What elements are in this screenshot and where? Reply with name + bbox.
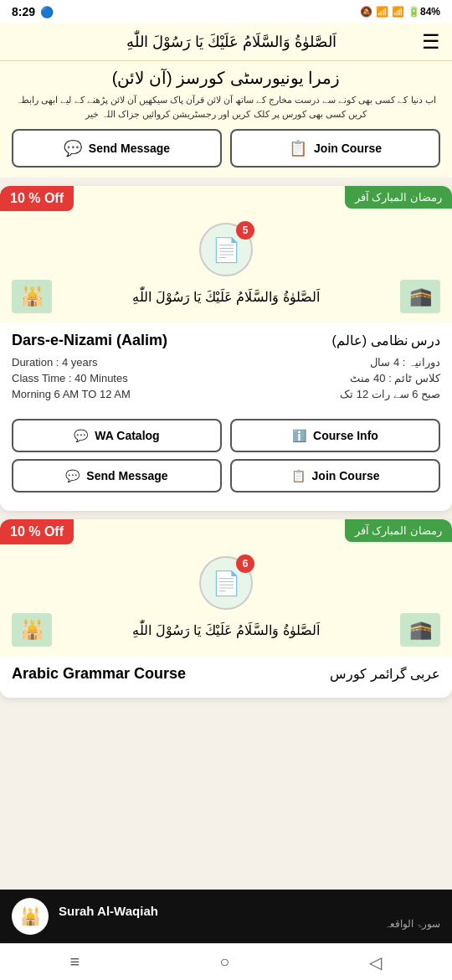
- detail-en-1-0: Duration : 4 years: [12, 356, 98, 369]
- top-join-course-button[interactable]: 📋 Join Course: [230, 129, 440, 168]
- wa-catalog-label-1: WA Catalog: [95, 429, 159, 442]
- player-avatar: 🕌: [12, 898, 49, 935]
- player-text: Surah Al-Waqiah سورۃ الواقعہ: [59, 904, 440, 930]
- course-icon-image-1: 📄: [212, 236, 241, 264]
- header: اَلصَّلوٰةُ وَالسَّلَامُ عَلَيْكَ يَا رَ…: [0, 23, 452, 61]
- bottom-navigation: ≡ ○ ◁: [0, 943, 452, 980]
- whatsapp-icon-1: 💬: [74, 429, 88, 442]
- join-icon: 📋: [289, 139, 307, 157]
- course-name-ur-1: درس نظامی (عالم): [331, 333, 440, 348]
- battery-icon: 🔋84%: [408, 6, 440, 18]
- course-info-label-1: Course Info: [313, 429, 378, 442]
- course-icon-circle-2: 📄 6: [199, 556, 253, 610]
- mosque-right-2: 🕋: [400, 613, 440, 647]
- player-title: Surah Al-Waqiah: [59, 904, 440, 918]
- wifi-icon: 📶: [376, 6, 388, 18]
- discount-badge-2: 10 % Off: [0, 519, 74, 544]
- banner-title: زمرا یونیورسٹی کورسز (آن لائن): [12, 68, 440, 88]
- course-name-row-1: Dars-e-Nizami (Aalim) درس نظامی (عالم): [12, 332, 440, 349]
- course-icon-image-2: 📄: [212, 570, 241, 597]
- course-name-en-1: Dars-e-Nizami (Aalim): [12, 332, 167, 349]
- top-send-message-label: Send Message: [89, 142, 170, 155]
- send-message-label-1: Send Message: [86, 469, 167, 482]
- mosque-row-1: 🕌 اَلصَّلوٰةُ وَالسَّلَامُ عَلَيْكَ يَا …: [12, 276, 440, 317]
- signal-icon: 📶: [392, 6, 404, 18]
- card-body-2: Arabic Grammar Course عربی گرائمر کورس: [0, 657, 452, 698]
- detail-row-1-2: Morning 6 AM TO 12 AM صبح 6 سے رات 12 تک: [12, 388, 440, 400]
- detail-ur-1-0: دورانیہ : 4 سال: [370, 356, 440, 369]
- course-icon-circle-1: 📄 5: [199, 223, 253, 276]
- course-info-button-1[interactable]: ℹ️ Course Info: [230, 419, 440, 452]
- info-icon-1: ℹ️: [292, 429, 306, 442]
- ramadan-badge-1: رمضان المبارک آفر: [345, 186, 452, 209]
- course-card-dars-e-nizami: 10 % Off رمضان المبارک آفر 📄 5 🕌 اَلصَّل…: [0, 186, 452, 511]
- course-card-arabic-grammar: 10 % Off رمضان المبارک آفر 📄 6 🕌 اَلصَّل…: [0, 519, 452, 698]
- detail-ur-1-2: صبح 6 سے رات 12 تک: [340, 388, 440, 400]
- status-left: 8:29 🔵: [12, 5, 54, 18]
- card-top-1: 10 % Off رمضان المبارک آفر 📄 5 🕌 اَلصَّل…: [0, 186, 452, 323]
- sync-icon: 🔵: [40, 6, 54, 18]
- player-avatar-icon: 🕌: [20, 906, 41, 926]
- mosque-left-2: 🕌: [12, 613, 52, 647]
- discount-badge-1: 10 % Off: [0, 186, 74, 211]
- mute-icon: 🔕: [360, 6, 372, 18]
- card-icon-count-2: 6: [236, 554, 254, 573]
- nav-back-button[interactable]: ◁: [369, 952, 382, 972]
- join-course-label-1: Join Course: [312, 469, 380, 482]
- time-display: 8:29: [12, 5, 35, 18]
- mosque-arabic-1: اَلصَّلوٰةُ وَالسَّلَامُ عَلَيْكَ يَا رَ…: [52, 289, 400, 305]
- wa-catalog-button-1[interactable]: 💬 WA Catalog: [12, 419, 222, 452]
- card-top-2: 10 % Off رمضان المبارک آفر 📄 6 🕌 اَلصَّل…: [0, 519, 452, 657]
- card-buttons-1: 💬 WA Catalog ℹ️ Course Info 💬 Send Messa…: [0, 412, 452, 511]
- nav-home-button[interactable]: ≡: [70, 952, 80, 972]
- card-btn-row-1-bottom: 💬 Send Message 📋 Join Course: [12, 459, 440, 493]
- banner-subtitle: اب دنیا کے کسی بھی کونے سے درست مخارج کے…: [12, 93, 440, 121]
- ramadan-badge-2: رمضان المبارک آفر: [345, 519, 452, 542]
- mosque-row-2: 🕌 اَلصَّلوٰةُ وَالسَّلَامُ عَلَيْكَ يَا …: [12, 610, 440, 650]
- detail-row-1-0: Duration : 4 years دورانیہ : 4 سال: [12, 356, 440, 369]
- bottom-player[interactable]: 🕌 Surah Al-Waqiah سورۃ الواقعہ: [0, 890, 452, 943]
- whatsapp-send-icon-1: 💬: [65, 469, 80, 482]
- detail-en-1-1: Class Time : 40 Minutes: [12, 372, 128, 384]
- nav-home-circle-button[interactable]: ○: [219, 952, 229, 972]
- course-name-ur-2: عربی گرائمر کورس: [330, 666, 440, 682]
- player-subtitle: سورۃ الواقعہ: [59, 918, 440, 930]
- mosque-arabic-2: اَلصَّلوٰةُ وَالسَّلَامُ عَلَيْكَ يَا رَ…: [52, 622, 400, 638]
- header-arabic-text: اَلصَّلوٰةُ وَالسَّلَامُ عَلَيْكَ يَا رَ…: [42, 33, 422, 51]
- top-join-course-label: Join Course: [314, 142, 382, 155]
- menu-button[interactable]: ☰: [422, 30, 440, 54]
- course-name-row-2: Arabic Grammar Course عربی گرائمر کورس: [12, 665, 440, 683]
- detail-ur-1-1: کلاس ٹائم : 40 منٹ: [350, 372, 440, 384]
- mosque-left-1: 🕌: [12, 280, 52, 313]
- card-icon-area-2: 📄 6: [12, 556, 440, 610]
- banner-buttons: 💬 Send Message 📋 Join Course: [12, 129, 440, 168]
- join-course-button-1[interactable]: 📋 Join Course: [230, 459, 440, 493]
- card-icon-area-1: 📄 5: [12, 223, 440, 276]
- card-icon-count-1: 5: [236, 221, 254, 240]
- detail-row-1-1: Class Time : 40 Minutes کلاس ٹائم : 40 م…: [12, 372, 440, 384]
- status-bar: 8:29 🔵 🔕 📶 📶 🔋84%: [0, 0, 452, 23]
- card-btn-row-1-top: 💬 WA Catalog ℹ️ Course Info: [12, 419, 440, 452]
- send-message-button-1[interactable]: 💬 Send Message: [12, 459, 222, 493]
- card-body-1: Dars-e-Nizami (Aalim) درس نظامی (عالم) D…: [0, 323, 452, 412]
- status-right: 🔕 📶 📶 🔋84%: [360, 6, 440, 18]
- top-send-message-button[interactable]: 💬 Send Message: [12, 129, 222, 168]
- mosque-right-1: 🕋: [400, 280, 440, 313]
- top-banner: زمرا یونیورسٹی کورسز (آن لائن) اب دنیا ک…: [0, 61, 452, 178]
- detail-en-1-2: Morning 6 AM TO 12 AM: [12, 388, 131, 400]
- whatsapp-icon: 💬: [64, 139, 82, 157]
- join-course-icon-1: 📋: [291, 469, 306, 482]
- course-name-en-2: Arabic Grammar Course: [12, 665, 186, 683]
